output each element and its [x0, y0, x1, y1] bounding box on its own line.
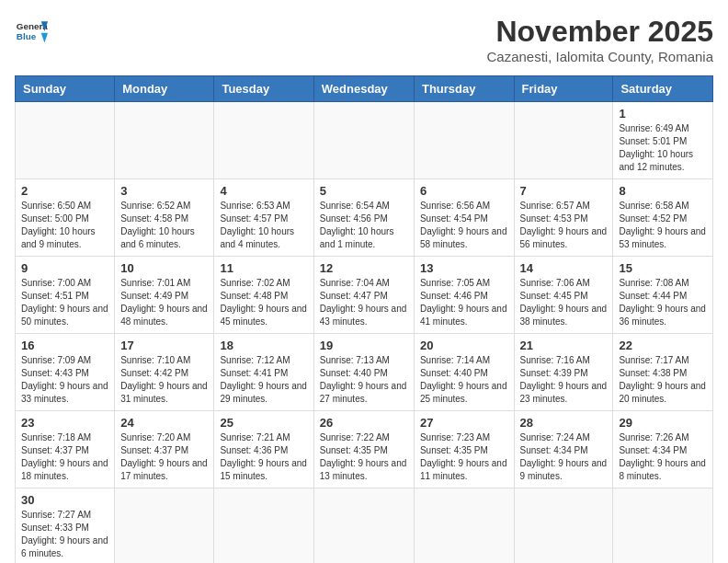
day-info: Sunrise: 7:14 AM Sunset: 4:40 PM Dayligh…	[420, 354, 508, 406]
calendar-week-row: 23Sunrise: 7:18 AM Sunset: 4:37 PM Dayli…	[16, 411, 713, 488]
day-info: Sunrise: 7:23 AM Sunset: 4:35 PM Dayligh…	[420, 431, 508, 483]
calendar-cell: 28Sunrise: 7:24 AM Sunset: 4:34 PM Dayli…	[514, 411, 613, 488]
day-number: 14	[520, 261, 608, 275]
header: General Blue November 2025 Cazanesti, Ia…	[15, 15, 713, 64]
calendar-week-row: 16Sunrise: 7:09 AM Sunset: 4:43 PM Dayli…	[16, 334, 713, 411]
day-info: Sunrise: 6:52 AM Sunset: 4:58 PM Dayligh…	[120, 200, 208, 251]
calendar-cell: 26Sunrise: 7:22 AM Sunset: 4:35 PM Dayli…	[313, 411, 414, 488]
svg-marker-3	[41, 33, 48, 43]
day-number: 2	[21, 184, 108, 198]
day-info: Sunrise: 7:00 AM Sunset: 4:51 PM Dayligh…	[21, 277, 108, 328]
calendar-table: SundayMondayTuesdayWednesdayThursdayFrid…	[15, 75, 713, 563]
day-info: Sunrise: 6:56 AM Sunset: 4:54 PM Dayligh…	[420, 200, 508, 251]
logo: General Blue	[15, 15, 48, 48]
calendar-cell: 18Sunrise: 7:12 AM Sunset: 4:41 PM Dayli…	[214, 334, 313, 411]
day-number: 25	[220, 416, 307, 430]
day-number: 13	[420, 261, 508, 275]
calendar-cell: 2Sunrise: 6:50 AM Sunset: 5:00 PM Daylig…	[16, 179, 115, 257]
header-thursday: Thursday	[414, 76, 514, 102]
day-number: 30	[21, 493, 108, 507]
day-info: Sunrise: 7:17 AM Sunset: 4:38 PM Dayligh…	[619, 354, 707, 406]
day-number: 23	[21, 416, 108, 430]
calendar-cell: 29Sunrise: 7:26 AM Sunset: 4:34 PM Dayli…	[613, 411, 713, 488]
day-number: 24	[120, 416, 208, 430]
day-number: 26	[320, 416, 408, 430]
calendar-cell: 13Sunrise: 7:05 AM Sunset: 4:46 PM Dayli…	[414, 257, 514, 334]
day-number: 18	[220, 339, 307, 352]
header-sunday: Sunday	[16, 76, 115, 102]
day-info: Sunrise: 7:27 AM Sunset: 4:33 PM Dayligh…	[21, 509, 108, 560]
day-info: Sunrise: 7:12 AM Sunset: 4:41 PM Dayligh…	[220, 354, 307, 406]
calendar-cell: 5Sunrise: 6:54 AM Sunset: 4:56 PM Daylig…	[313, 179, 414, 257]
day-number: 19	[320, 339, 408, 352]
day-number: 9	[21, 261, 108, 275]
day-number: 12	[320, 261, 408, 275]
day-number: 6	[420, 184, 508, 198]
day-number: 1	[619, 107, 707, 121]
calendar-cell: 25Sunrise: 7:21 AM Sunset: 4:36 PM Dayli…	[214, 411, 313, 488]
calendar-cell: 1Sunrise: 6:49 AM Sunset: 5:01 PM Daylig…	[613, 102, 713, 179]
calendar-cell: 24Sunrise: 7:20 AM Sunset: 4:37 PM Dayli…	[115, 411, 214, 488]
calendar-cell: 23Sunrise: 7:18 AM Sunset: 4:37 PM Dayli…	[16, 411, 115, 488]
day-number: 28	[520, 416, 608, 430]
day-info: Sunrise: 6:49 AM Sunset: 5:01 PM Dayligh…	[619, 122, 707, 174]
day-info: Sunrise: 6:50 AM Sunset: 5:00 PM Dayligh…	[21, 200, 108, 251]
day-info: Sunrise: 6:53 AM Sunset: 4:57 PM Dayligh…	[220, 200, 307, 251]
day-info: Sunrise: 7:16 AM Sunset: 4:39 PM Dayligh…	[520, 354, 608, 406]
calendar-header-row: SundayMondayTuesdayWednesdayThursdayFrid…	[16, 76, 713, 102]
calendar-cell: 10Sunrise: 7:01 AM Sunset: 4:49 PM Dayli…	[115, 257, 214, 334]
calendar-week-row: 30Sunrise: 7:27 AM Sunset: 4:33 PM Dayli…	[16, 488, 713, 564]
day-number: 27	[420, 416, 508, 430]
header-friday: Friday	[514, 76, 613, 102]
day-number: 5	[320, 184, 408, 198]
calendar-week-row: 9Sunrise: 7:00 AM Sunset: 4:51 PM Daylig…	[16, 257, 713, 334]
title-block: November 2025 Cazanesti, Ialomita County…	[486, 15, 713, 64]
calendar-cell: 8Sunrise: 6:58 AM Sunset: 4:52 PM Daylig…	[613, 179, 713, 257]
calendar-cell	[214, 102, 313, 179]
calendar-cell: 16Sunrise: 7:09 AM Sunset: 4:43 PM Dayli…	[16, 334, 115, 411]
day-info: Sunrise: 7:24 AM Sunset: 4:34 PM Dayligh…	[520, 431, 608, 483]
calendar-cell: 20Sunrise: 7:14 AM Sunset: 4:40 PM Dayli…	[414, 334, 514, 411]
day-number: 11	[220, 261, 307, 275]
calendar-cell: 27Sunrise: 7:23 AM Sunset: 4:35 PM Dayli…	[414, 411, 514, 488]
calendar-cell	[313, 488, 414, 564]
day-number: 8	[619, 184, 707, 198]
calendar-cell	[414, 102, 514, 179]
day-number: 29	[619, 416, 707, 430]
day-number: 4	[220, 184, 307, 198]
header-monday: Monday	[115, 76, 214, 102]
day-info: Sunrise: 7:08 AM Sunset: 4:44 PM Dayligh…	[619, 277, 707, 328]
day-info: Sunrise: 6:58 AM Sunset: 4:52 PM Dayligh…	[619, 200, 707, 251]
header-wednesday: Wednesday	[313, 76, 414, 102]
day-info: Sunrise: 7:18 AM Sunset: 4:37 PM Dayligh…	[21, 431, 108, 483]
logo-icon: General Blue	[15, 15, 48, 48]
calendar-cell	[514, 102, 613, 179]
day-info: Sunrise: 7:06 AM Sunset: 4:45 PM Dayligh…	[520, 277, 608, 328]
calendar-cell: 30Sunrise: 7:27 AM Sunset: 4:33 PM Dayli…	[16, 488, 115, 564]
calendar-cell	[414, 488, 514, 564]
day-number: 21	[520, 339, 608, 352]
calendar-cell: 4Sunrise: 6:53 AM Sunset: 4:57 PM Daylig…	[214, 179, 313, 257]
calendar-week-row: 1Sunrise: 6:49 AM Sunset: 5:01 PM Daylig…	[16, 102, 713, 179]
calendar-cell: 22Sunrise: 7:17 AM Sunset: 4:38 PM Dayli…	[613, 334, 713, 411]
calendar-cell: 14Sunrise: 7:06 AM Sunset: 4:45 PM Dayli…	[514, 257, 613, 334]
calendar-week-row: 2Sunrise: 6:50 AM Sunset: 5:00 PM Daylig…	[16, 179, 713, 257]
day-info: Sunrise: 7:20 AM Sunset: 4:37 PM Dayligh…	[120, 431, 208, 483]
day-number: 3	[120, 184, 208, 198]
day-info: Sunrise: 7:21 AM Sunset: 4:36 PM Dayligh…	[220, 431, 307, 483]
day-number: 22	[619, 339, 707, 352]
calendar-cell: 6Sunrise: 6:56 AM Sunset: 4:54 PM Daylig…	[414, 179, 514, 257]
day-info: Sunrise: 7:22 AM Sunset: 4:35 PM Dayligh…	[320, 431, 408, 483]
day-info: Sunrise: 7:05 AM Sunset: 4:46 PM Dayligh…	[420, 277, 508, 328]
day-info: Sunrise: 7:01 AM Sunset: 4:49 PM Dayligh…	[120, 277, 208, 328]
day-info: Sunrise: 6:54 AM Sunset: 4:56 PM Dayligh…	[320, 200, 408, 251]
calendar-cell: 17Sunrise: 7:10 AM Sunset: 4:42 PM Dayli…	[115, 334, 214, 411]
day-number: 7	[520, 184, 608, 198]
day-info: Sunrise: 7:13 AM Sunset: 4:40 PM Dayligh…	[320, 354, 408, 406]
day-number: 15	[619, 261, 707, 275]
calendar-cell: 11Sunrise: 7:02 AM Sunset: 4:48 PM Dayli…	[214, 257, 313, 334]
day-number: 10	[120, 261, 208, 275]
day-info: Sunrise: 7:04 AM Sunset: 4:47 PM Dayligh…	[320, 277, 408, 328]
calendar-cell: 9Sunrise: 7:00 AM Sunset: 4:51 PM Daylig…	[16, 257, 115, 334]
day-info: Sunrise: 7:10 AM Sunset: 4:42 PM Dayligh…	[120, 354, 208, 406]
